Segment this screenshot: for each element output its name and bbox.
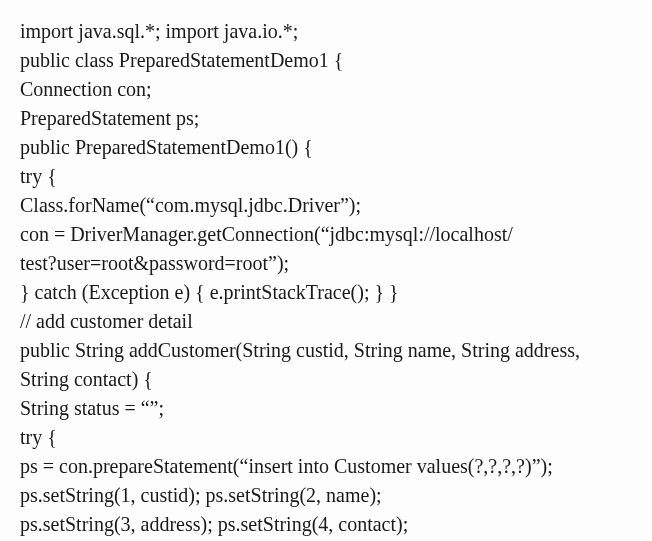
code-line: ps.setString(1, custid); ps.setString(2,… [20,482,632,509]
code-line: try { [20,424,632,451]
code-line: public PreparedStatementDemo1() { [20,134,632,161]
code-line: ps = con.prepareStatement(“insert into C… [20,453,632,480]
code-line: try { [20,163,632,190]
code-line: public String addCustomer(String custid,… [20,337,632,364]
code-line: // add customer detail [20,308,632,335]
code-line: } catch (Exception e) { e.printStackTrac… [20,279,632,306]
code-line: con = DriverManager.getConnection(“jdbc:… [20,221,632,248]
code-line: import java.sql.*; import java.io.*; [20,18,632,45]
code-block: import java.sql.*; import java.io.*; pub… [20,18,632,541]
code-line: public class PreparedStatementDemo1 { [20,47,632,74]
code-line: Connection con; [20,76,632,103]
code-line: Class.forName(“com.mysql.jdbc.Driver”); [20,192,632,219]
code-line: String contact) { [20,366,632,393]
code-line: String status = “”; [20,395,632,422]
code-line: ps.setString(3, address); ps.setString(4… [20,511,632,538]
code-line: test?user=root&password=root”); [20,250,632,277]
code-line: PreparedStatement ps; [20,105,632,132]
